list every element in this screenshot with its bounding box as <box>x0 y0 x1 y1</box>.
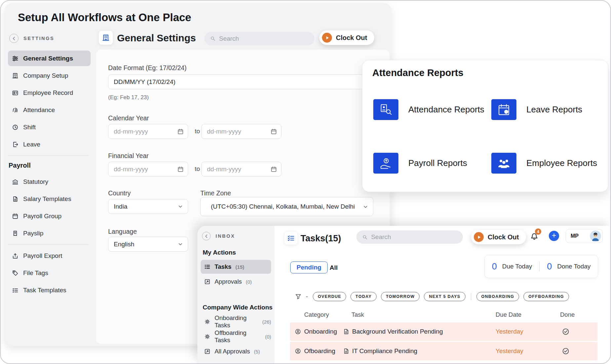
row-task: IT Compliance Pending <box>352 347 417 355</box>
clock-out-button[interactable]: Clock Out <box>319 30 374 45</box>
employee-report-icon <box>491 153 516 174</box>
tab-pending[interactable]: Pending <box>290 262 328 273</box>
chip-onboarding[interactable]: ONBOARDING <box>476 292 519 301</box>
general-settings-icon-box <box>99 30 113 45</box>
chip-today[interactable]: TODAY <box>350 292 377 301</box>
sidebar-item-label: File Tags <box>23 269 48 277</box>
inbox-item-onboarding-tasks[interactable]: Onboarding Tasks (26) <box>201 315 271 329</box>
play-icon <box>474 232 484 242</box>
country-value: India <box>114 203 127 210</box>
sidebar-item-file-tags[interactable]: File Tags <box>8 265 91 281</box>
table-row[interactable]: Ofboarding IT Compliance Pending Yesterd… <box>290 342 597 360</box>
sidebar-item-label: Salary Templates <box>23 195 71 203</box>
sidebar-divider <box>8 155 89 156</box>
back-button[interactable] <box>9 34 19 43</box>
search-input[interactable] <box>371 233 457 241</box>
clock-out-label: Clock Out <box>488 233 519 241</box>
timezone-select[interactable]: (UTC+05:30) Chennai, Kolkata, Mumbai, Ne… <box>200 197 373 216</box>
tasks-search[interactable] <box>356 230 463 244</box>
search-icon <box>362 234 367 240</box>
calendar-year-from-input[interactable] <box>108 124 188 139</box>
reports-card-title: Attendance Reports <box>372 67 464 78</box>
chip-next-5-days[interactable]: NEXT 5 DAYS <box>424 292 465 301</box>
sidebar-item-general-settings[interactable]: General Settings <box>8 51 91 66</box>
calendar-icon[interactable] <box>177 128 184 135</box>
calendar-year-from-field[interactable] <box>108 124 188 139</box>
sidebar-item-leave[interactable]: Leave <box>8 137 91 152</box>
settings-sidebar-header: SETTINGS <box>9 34 54 43</box>
report-item-leave[interactable]: Leave Reports <box>491 99 582 120</box>
chip-tomorrow[interactable]: TOMORROW <box>381 292 420 301</box>
inbox-item-label: Tasks <box>215 263 231 270</box>
search-input[interactable] <box>219 35 308 42</box>
play-icon <box>322 33 332 43</box>
stats-divider <box>539 262 540 271</box>
sidebar-section-payroll: Payroll <box>8 159 91 172</box>
sidebar-item-payroll-group[interactable]: Payroll Group <box>8 208 91 224</box>
inbox-item-count: (5) <box>254 349 260 354</box>
sidebar-item-employee-record[interactable]: Employee Record <box>8 85 91 101</box>
chevron-left-icon <box>204 233 209 239</box>
sidebar-item-salary-templates[interactable]: Salary Templates <box>8 191 91 207</box>
sidebar-item-company-setup[interactable]: Company Setup <box>8 68 91 83</box>
done-check-icon[interactable] <box>562 347 570 355</box>
screenshot-frame: Setup All Workflows at One Place SETTING… <box>0 0 611 364</box>
notifications-button[interactable]: 4 <box>530 231 540 242</box>
tab-all[interactable]: All <box>330 264 338 271</box>
inbox-item-tasks[interactable]: Tasks (15) <box>201 260 271 274</box>
range-to-label: to <box>195 128 200 135</box>
row-due-date: Yesterday <box>496 347 523 355</box>
sidebar-item-payroll-export[interactable]: Payroll Export <box>8 248 91 263</box>
sidebar-item-task-templates[interactable]: Task Templates <box>8 282 91 298</box>
avatar <box>590 230 601 242</box>
settings-search[interactable] <box>204 32 314 45</box>
row-category: Onboarding <box>304 328 337 335</box>
inbox-item-all-approvals[interactable]: All Approvals (5) <box>201 344 271 358</box>
done-check-icon[interactable] <box>562 328 570 336</box>
language-select[interactable]: English <box>108 237 188 252</box>
company-wide-actions-header: Company Wide Actions <box>203 304 272 311</box>
clock-out-button[interactable]: Clock Out <box>471 230 526 244</box>
calendar-icon[interactable] <box>270 166 277 173</box>
calendar-year-to-field[interactable] <box>201 124 281 139</box>
table-row[interactable]: Onboarding Background Verification Pendi… <box>290 322 597 341</box>
calendar-icon[interactable] <box>177 166 184 173</box>
chip-overdue[interactable]: OVERDUE <box>313 292 346 301</box>
country-select[interactable]: India <box>108 199 188 214</box>
hero-title: Setup All Workflows at One Place <box>18 11 191 24</box>
inbox-item-approvals[interactable]: Approvals (0) <box>201 275 271 289</box>
financial-year-to-field[interactable] <box>201 162 281 177</box>
profile-menu[interactable]: MP <box>566 229 603 243</box>
clock-icon <box>12 124 19 131</box>
funnel-icon[interactable] <box>295 293 302 300</box>
report-item-payroll[interactable]: Payroll Reports <box>373 153 467 174</box>
sidebar-item-attendance[interactable]: Attendance <box>8 102 91 118</box>
financial-year-from-input[interactable] <box>108 162 188 177</box>
financial-year-to-input[interactable] <box>201 162 281 177</box>
inbox-sidebar: INBOX My Actions Tasks (15) Approvals (0… <box>197 226 274 363</box>
inbox-item-offboarding-tasks[interactable]: Offboarding Tasks (0) <box>201 330 271 344</box>
sidebar-item-statutory[interactable]: Statutory <box>8 174 91 189</box>
inbox-item-count: (0) <box>246 279 252 285</box>
report-item-label: Employee Reports <box>526 158 597 168</box>
done-today-label: Done Today <box>557 263 591 270</box>
date-format-input[interactable] <box>108 74 389 89</box>
add-button[interactable]: + <box>549 231 559 241</box>
language-value: English <box>114 241 134 248</box>
back-button[interactable] <box>202 232 211 240</box>
report-item-label: Payroll Reports <box>408 158 467 168</box>
report-item-employee[interactable]: Employee Reports <box>491 153 597 174</box>
report-item-attendance[interactable]: Attendance Reports <box>373 99 484 120</box>
calendar-year-to-input[interactable] <box>201 124 281 139</box>
calendar-icon[interactable] <box>270 128 277 135</box>
sidebar-item-shift[interactable]: Shift <box>8 119 91 135</box>
sidebar-item-payslip[interactable]: Payslip <box>8 225 91 241</box>
report-item-label: Attendance Reports <box>408 104 484 115</box>
timezone-value: (UTC+05:30) Chennai, Kolkata, Mumbai, Ne… <box>211 203 355 211</box>
settings-sidebar: General Settings Company Setup Employee … <box>5 49 96 300</box>
chip-offboarding[interactable]: OFFBOARDING <box>523 292 569 301</box>
financial-year-from-field[interactable] <box>108 162 188 177</box>
sidebar-item-label: Payroll Export <box>23 252 62 260</box>
table-header: Category Task Due Date Done <box>290 311 597 320</box>
my-actions-header: My Actions <box>203 249 236 256</box>
